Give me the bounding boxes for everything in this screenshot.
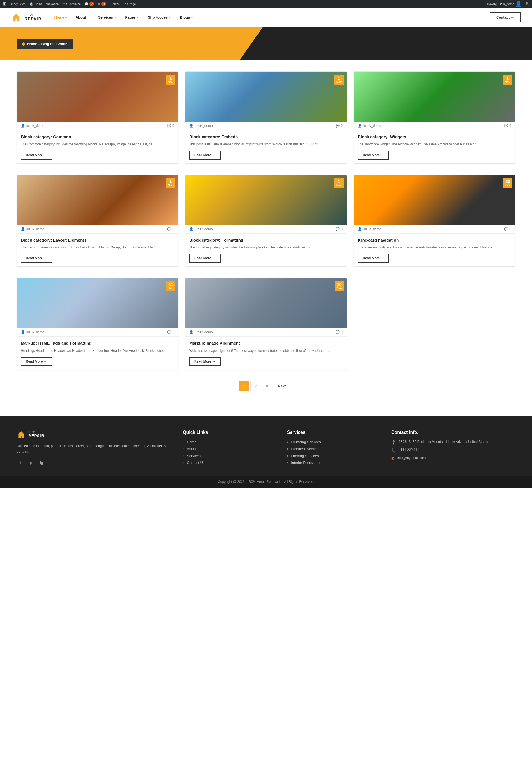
blog-card-8-image: 10 Jan: [185, 278, 347, 328]
footer-service-renovation[interactable]: » Interior Renovation: [287, 461, 380, 465]
post-image-4: [17, 175, 178, 225]
admin-new[interactable]: + New: [110, 2, 119, 6]
blog-card-8-body: Markup: Image Alignment Welcome to image…: [185, 337, 347, 370]
site-logo[interactable]: HOME REPAIR: [11, 12, 42, 23]
read-more-btn-2[interactable]: Read More →: [189, 151, 221, 160]
page-btn-2[interactable]: 2: [251, 381, 261, 391]
footer-logo-icon: [17, 430, 25, 439]
footer-link-about[interactable]: » About: [183, 447, 276, 451]
read-more-btn-5[interactable]: Read More →: [189, 254, 221, 262]
user-icon-6: 👤: [358, 227, 362, 231]
site-header: HOME REPAIR Home About▼ Services▼ Pages▼…: [0, 8, 532, 27]
nav-about[interactable]: About▼: [71, 8, 94, 27]
footer-service-plumbing[interactable]: » Plumbing Services: [287, 440, 380, 444]
footer-logo: HOME REPAIR: [17, 430, 172, 439]
author-1: 👤 luzuk_demo: [21, 124, 44, 128]
read-more-btn-7[interactable]: Read More →: [21, 357, 52, 366]
comment-icon-6: 💬: [504, 227, 508, 231]
blog-card-3-image: 1 Nov: [354, 72, 515, 122]
card-1-excerpt: The Common category includes the followi…: [21, 142, 174, 147]
nav-blogs[interactable]: Blogs▼: [175, 8, 198, 27]
footer-service-flooring[interactable]: » Flooring Services: [287, 454, 380, 458]
contact-button[interactable]: Contact →: [490, 13, 521, 22]
social-instagram[interactable]: ig: [38, 459, 45, 466]
footer-address: 📍 869 U.S. 62 Business Mountain Home Ari…: [391, 440, 515, 445]
admin-comments[interactable]: 💬 2: [85, 2, 94, 6]
comment-icon-8: 💬: [336, 330, 340, 334]
user-icon-3: 👤: [358, 124, 362, 128]
footer-logo-text: HOME REPAIR: [28, 430, 44, 438]
admin-my-sites[interactable]: ⊞ My Sites: [10, 2, 25, 6]
admin-home-renovation[interactable]: 🏠 Home Renovation: [29, 2, 59, 6]
breadcrumb: ◆ Home – Blog Full Width: [17, 39, 73, 49]
admin-wp-icon[interactable]: ⊞: [3, 1, 6, 6]
comments-3: 💬 0: [504, 124, 511, 128]
page-btn-3[interactable]: 3: [262, 381, 272, 391]
blog-card-6-image: 20 Oct: [354, 175, 515, 225]
blog-card-5: 1 Nov 👤 luzuk_demo 💬 0 Block category: F…: [185, 175, 347, 267]
author-6: 👤 luzuk_demo: [358, 227, 381, 231]
author-7: 👤 luzuk_demo: [21, 330, 44, 334]
blog-card-4-meta: 👤 luzuk_demo 💬 0: [17, 225, 178, 233]
comments-1: 💬 0: [167, 124, 174, 128]
blog-card-1-image: 1 Nov: [17, 72, 178, 122]
page-btn-1[interactable]: 1: [239, 381, 249, 391]
nav-shortcodes[interactable]: Shortcodes▼: [143, 8, 175, 27]
nav-services[interactable]: Services▼: [94, 8, 121, 27]
main-nav: Home About▼ Services▼ Pages▼ Shortcodes▼…: [50, 8, 490, 27]
main-content: 1 Nov 👤 luzuk_demo 💬 0 Block category: C…: [0, 60, 532, 416]
comment-icon-4: 💬: [167, 227, 171, 231]
author-5: 👤 luzuk_demo: [189, 227, 213, 231]
card-3-excerpt: The shortcode widget: The Archive Widget…: [358, 142, 511, 147]
nav-home[interactable]: Home: [50, 8, 71, 27]
read-more-btn-1[interactable]: Read More →: [21, 151, 52, 160]
blog-card-6: 20 Oct 👤 luzuk_demo 💬 0 Keyboard navigat…: [353, 175, 515, 267]
footer-link-home[interactable]: » Home: [183, 440, 276, 444]
footer-email: ✉ info@myemail.com: [391, 456, 515, 461]
post-image-5: [185, 175, 347, 225]
date-badge-6: 20 Oct: [503, 178, 512, 188]
blog-card-6-meta: 👤 luzuk_demo 💬 0: [354, 225, 515, 233]
date-badge-3: 1 Nov: [503, 74, 512, 85]
read-more-btn-6[interactable]: Read More →: [358, 254, 389, 262]
card-7-title: Markup: HTML Tags and Formatting: [21, 340, 174, 346]
card-2-title: Block category: Embeds: [189, 134, 343, 140]
location-icon: 📍: [391, 440, 396, 445]
blog-card-5-meta: 👤 luzuk_demo 💬 0: [185, 225, 347, 233]
comment-icon-2: 💬: [336, 124, 340, 128]
footer-services-heading: Services: [287, 430, 380, 435]
admin-customize[interactable]: ✏ Customize: [62, 2, 81, 6]
admin-search[interactable]: 🔍: [525, 2, 529, 6]
post-image-6: [354, 175, 515, 225]
blog-card-2-image: 1 Nov: [185, 72, 347, 122]
admin-updates[interactable]: ↺ 11: [98, 2, 106, 6]
footer-grid: HOME REPAIR Duis eu odio interdum, phare…: [17, 430, 515, 467]
footer-service-electrical[interactable]: » Electrical Services: [287, 447, 380, 451]
social-pinterest[interactable]: p: [27, 459, 35, 466]
chevron-icon: »: [287, 461, 289, 464]
post-image-8: [185, 278, 347, 328]
admin-edit-page[interactable]: Edit Page: [123, 2, 136, 6]
date-badge-2: 1 Nov: [334, 74, 344, 85]
nav-pages[interactable]: Pages▼: [121, 8, 143, 27]
page-next-btn[interactable]: Next +: [274, 381, 293, 391]
footer-contact-col: Contact Info. 📍 869 U.S. 62 Business Mou…: [391, 430, 515, 467]
logo-house-icon: [11, 12, 21, 23]
chevron-icon: »: [183, 461, 184, 464]
read-more-btn-8[interactable]: Read More →: [189, 357, 221, 366]
blog-card-1-meta: 👤 luzuk_demo 💬 0: [17, 122, 178, 130]
comments-7: 💬 0: [167, 330, 174, 334]
read-more-btn-4[interactable]: Read More →: [21, 254, 52, 262]
comment-icon-3: 💬: [504, 124, 508, 128]
social-facebook[interactable]: f: [17, 459, 24, 466]
user-icon-5: 👤: [189, 227, 193, 231]
social-twitter[interactable]: t: [48, 459, 56, 466]
read-more-btn-3[interactable]: Read More →: [358, 151, 389, 160]
admin-user[interactable]: Howdy, luzuk_demo 👤: [487, 1, 521, 7]
blog-card-7: 11 Jan 👤 luzuk_demo 💬 0 Markup: HTML Tag…: [17, 278, 179, 370]
user-icon-4: 👤: [21, 227, 25, 231]
footer-link-services[interactable]: » Services: [183, 454, 276, 458]
blog-card-8: 10 Jan 👤 luzuk_demo 💬 0 Markup: Image Al…: [185, 278, 347, 370]
footer-link-contact[interactable]: » Contact Us: [183, 461, 276, 465]
blog-card-7-meta: 👤 luzuk_demo 💬 0: [17, 328, 178, 337]
